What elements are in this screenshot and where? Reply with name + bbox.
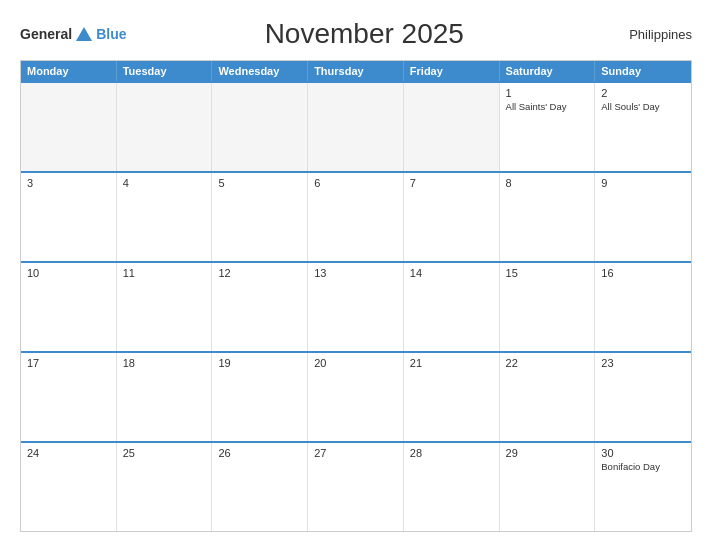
calendar-cell xyxy=(404,83,500,171)
calendar-cell: 15 xyxy=(500,263,596,351)
day-number: 4 xyxy=(123,177,206,189)
calendar-row-0: 1All Saints' Day2All Souls' Day xyxy=(21,81,691,171)
calendar-cell: 13 xyxy=(308,263,404,351)
day-number: 26 xyxy=(218,447,301,459)
logo-triangle-icon xyxy=(76,27,92,41)
calendar-cell: 30Bonifacio Day xyxy=(595,443,691,531)
calendar-cell: 20 xyxy=(308,353,404,441)
calendar-cell: 6 xyxy=(308,173,404,261)
day-number: 1 xyxy=(506,87,589,99)
day-number: 6 xyxy=(314,177,397,189)
calendar-cell: 18 xyxy=(117,353,213,441)
day-number: 30 xyxy=(601,447,685,459)
day-number: 16 xyxy=(601,267,685,279)
calendar-cell: 5 xyxy=(212,173,308,261)
calendar-cell: 23 xyxy=(595,353,691,441)
calendar-cell: 2All Souls' Day xyxy=(595,83,691,171)
weekday-header-wednesday: Wednesday xyxy=(212,61,308,81)
day-number: 3 xyxy=(27,177,110,189)
day-number: 24 xyxy=(27,447,110,459)
day-number: 17 xyxy=(27,357,110,369)
day-number: 22 xyxy=(506,357,589,369)
day-number: 8 xyxy=(506,177,589,189)
holiday-name: Bonifacio Day xyxy=(601,461,685,473)
calendar-cell: 1All Saints' Day xyxy=(500,83,596,171)
calendar-cell: 7 xyxy=(404,173,500,261)
calendar-cell: 8 xyxy=(500,173,596,261)
weekday-header-monday: Monday xyxy=(21,61,117,81)
calendar-row-1: 3456789 xyxy=(21,171,691,261)
calendar-cell: 25 xyxy=(117,443,213,531)
calendar-cell xyxy=(308,83,404,171)
logo: General Blue xyxy=(20,26,126,42)
calendar-cell xyxy=(117,83,213,171)
day-number: 5 xyxy=(218,177,301,189)
weekday-header-tuesday: Tuesday xyxy=(117,61,213,81)
calendar: MondayTuesdayWednesdayThursdayFridaySatu… xyxy=(20,60,692,532)
day-number: 9 xyxy=(601,177,685,189)
holiday-name: All Saints' Day xyxy=(506,101,589,113)
calendar-cell: 3 xyxy=(21,173,117,261)
calendar-cell: 17 xyxy=(21,353,117,441)
calendar-cell: 22 xyxy=(500,353,596,441)
calendar-cell xyxy=(21,83,117,171)
weekday-header-friday: Friday xyxy=(404,61,500,81)
calendar-cell xyxy=(212,83,308,171)
calendar-cell: 24 xyxy=(21,443,117,531)
calendar-cell: 16 xyxy=(595,263,691,351)
calendar-row-2: 10111213141516 xyxy=(21,261,691,351)
calendar-cell: 4 xyxy=(117,173,213,261)
country-label: Philippines xyxy=(602,27,692,42)
calendar-header: MondayTuesdayWednesdayThursdayFridaySatu… xyxy=(21,61,691,81)
day-number: 15 xyxy=(506,267,589,279)
calendar-cell: 10 xyxy=(21,263,117,351)
calendar-cell: 11 xyxy=(117,263,213,351)
day-number: 28 xyxy=(410,447,493,459)
day-number: 10 xyxy=(27,267,110,279)
calendar-row-4: 24252627282930Bonifacio Day xyxy=(21,441,691,531)
weekday-header-thursday: Thursday xyxy=(308,61,404,81)
calendar-cell: 12 xyxy=(212,263,308,351)
day-number: 14 xyxy=(410,267,493,279)
day-number: 2 xyxy=(601,87,685,99)
calendar-row-3: 17181920212223 xyxy=(21,351,691,441)
calendar-cell: 28 xyxy=(404,443,500,531)
weekday-header-sunday: Sunday xyxy=(595,61,691,81)
holiday-name: All Souls' Day xyxy=(601,101,685,113)
day-number: 25 xyxy=(123,447,206,459)
calendar-cell: 29 xyxy=(500,443,596,531)
day-number: 13 xyxy=(314,267,397,279)
day-number: 27 xyxy=(314,447,397,459)
day-number: 21 xyxy=(410,357,493,369)
day-number: 19 xyxy=(218,357,301,369)
calendar-cell: 21 xyxy=(404,353,500,441)
day-number: 12 xyxy=(218,267,301,279)
calendar-cell: 26 xyxy=(212,443,308,531)
calendar-title: November 2025 xyxy=(126,18,602,50)
calendar-cell: 27 xyxy=(308,443,404,531)
calendar-cell: 14 xyxy=(404,263,500,351)
page: General Blue November 2025 Philippines M… xyxy=(0,0,712,550)
calendar-cell: 9 xyxy=(595,173,691,261)
day-number: 18 xyxy=(123,357,206,369)
calendar-cell: 19 xyxy=(212,353,308,441)
logo-blue: Blue xyxy=(96,26,126,42)
day-number: 7 xyxy=(410,177,493,189)
logo-general: General xyxy=(20,26,72,42)
day-number: 23 xyxy=(601,357,685,369)
weekday-header-saturday: Saturday xyxy=(500,61,596,81)
calendar-body: 1All Saints' Day2All Souls' Day345678910… xyxy=(21,81,691,531)
day-number: 20 xyxy=(314,357,397,369)
day-number: 29 xyxy=(506,447,589,459)
day-number: 11 xyxy=(123,267,206,279)
header: General Blue November 2025 Philippines xyxy=(20,18,692,50)
